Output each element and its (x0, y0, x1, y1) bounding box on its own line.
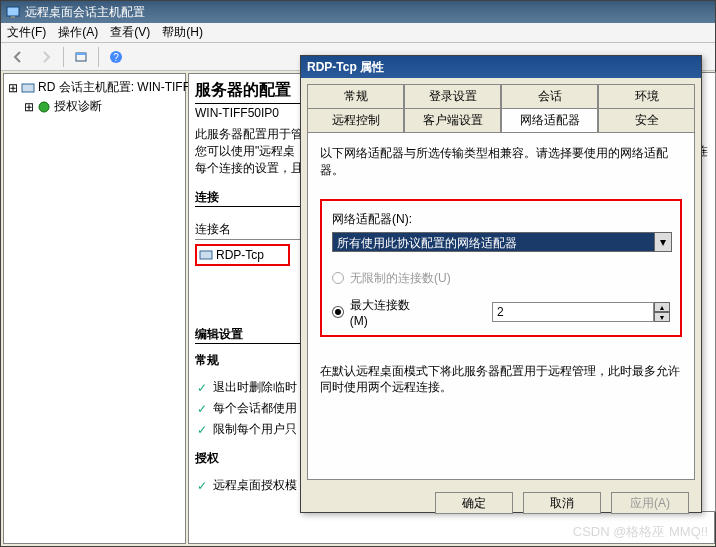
radio-unlimited-label: 无限制的连接数(U) (350, 270, 451, 287)
max-connections-input[interactable] (492, 302, 654, 322)
tree-root-label: RD 会话主机配置: WIN-TIFF5 (38, 79, 197, 96)
spinner[interactable]: ▲ ▼ (654, 302, 670, 322)
toolbar-separator (63, 47, 64, 67)
help-button[interactable]: ? (105, 46, 127, 68)
apply-button[interactable]: 应用(A) (611, 492, 689, 514)
toolbar-separator (98, 47, 99, 67)
tab-network-adapter[interactable]: 网络适配器 (501, 108, 598, 132)
edit-item-label: 退出时删除临时 (213, 379, 297, 396)
svg-rect-6 (22, 84, 34, 92)
window-title: 远程桌面会话主机配置 (25, 4, 145, 21)
svg-rect-0 (7, 7, 19, 16)
svg-rect-1 (11, 16, 15, 18)
spinner-up-icon[interactable]: ▲ (654, 302, 670, 312)
dropdown-arrow-icon[interactable]: ▾ (654, 232, 672, 252)
adapter-label: 网络适配器(N): (332, 211, 670, 228)
tab-logon[interactable]: 登录设置 (404, 84, 501, 108)
adapter-dropdown[interactable]: 所有使用此协议配置的网络适配器 ▾ (332, 232, 672, 252)
menu-file[interactable]: 文件(F) (7, 24, 46, 41)
expand-icon[interactable]: ⊞ (8, 81, 18, 95)
dialog-titlebar: RDP-Tcp 属性 (301, 56, 701, 78)
radio-max[interactable]: 最大连接数(M) ▲ ▼ (332, 297, 670, 328)
note-text: 在默认远程桌面模式下将此服务器配置用于远程管理，此时最多允许同时使用两个远程连接… (320, 363, 682, 397)
tab-remote-control[interactable]: 远程控制 (307, 108, 404, 132)
adapter-value: 所有使用此协议配置的网络适配器 (332, 232, 654, 252)
radio-unlimited: 无限制的连接数(U) (332, 270, 670, 287)
properties-dialog: RDP-Tcp 属性 常规 登录设置 会话 环境 远程控制 客户端设置 网络适配… (300, 55, 702, 513)
tree-pane: ⊞ RD 会话主机配置: WIN-TIFF5 ⊞ 授权诊断 (3, 73, 186, 544)
server-icon (21, 81, 35, 95)
check-icon: ✓ (195, 479, 209, 493)
edit-item-label: 每个会话都使用 (213, 400, 297, 417)
svg-text:?: ? (113, 52, 119, 63)
tab-content: 以下网络适配器与所选传输类型相兼容。请选择要使用的网络适配器。 网络适配器(N)… (307, 132, 695, 480)
main-titlebar: 远程桌面会话主机配置 (1, 1, 715, 23)
tab-security[interactable]: 安全 (598, 108, 695, 132)
menu-help[interactable]: 帮助(H) (162, 24, 203, 41)
cancel-button[interactable]: 取消 (523, 492, 601, 514)
spinner-down-icon[interactable]: ▼ (654, 312, 670, 322)
menubar: 文件(F) 操作(A) 查看(V) 帮助(H) (1, 23, 715, 43)
instruction-text: 以下网络适配器与所选传输类型相兼容。请选择要使用的网络适配器。 (320, 145, 682, 179)
tab-client[interactable]: 客户端设置 (404, 108, 501, 132)
diag-icon (37, 100, 51, 114)
conn-item-label: RDP-Tcp (216, 248, 264, 262)
tree-child-label: 授权诊断 (54, 98, 102, 115)
conn-highlight: RDP-Tcp (195, 244, 290, 266)
edit-item-label: 远程桌面授权模 (213, 477, 297, 494)
refresh-button[interactable] (70, 46, 92, 68)
tab-environment[interactable]: 环境 (598, 84, 695, 108)
radio-icon (332, 272, 344, 284)
svg-rect-3 (76, 53, 86, 55)
svg-rect-8 (200, 251, 212, 259)
radio-max-label: 最大连接数(M) (350, 297, 426, 328)
connection-icon (199, 248, 213, 262)
forward-button[interactable] (35, 46, 57, 68)
tree-root[interactable]: ⊞ RD 会话主机配置: WIN-TIFF5 (8, 78, 181, 97)
menu-view[interactable]: 查看(V) (110, 24, 150, 41)
dialog-button-row: 确定 取消 应用(A) (301, 486, 701, 520)
svg-point-7 (39, 102, 49, 112)
app-icon (5, 4, 21, 20)
tab-session[interactable]: 会话 (501, 84, 598, 108)
check-icon: ✓ (195, 381, 209, 395)
conn-item-rdp[interactable]: RDP-Tcp (199, 248, 286, 262)
expand-icon[interactable]: ⊞ (24, 100, 34, 114)
tree-child[interactable]: ⊞ 授权诊断 (8, 97, 181, 116)
ok-button[interactable]: 确定 (435, 492, 513, 514)
check-icon: ✓ (195, 402, 209, 416)
edit-item-label: 限制每个用户只 (213, 421, 297, 438)
menu-action[interactable]: 操作(A) (58, 24, 98, 41)
dialog-title-text: RDP-Tcp 属性 (307, 59, 384, 76)
radio-icon[interactable] (332, 306, 344, 318)
check-icon: ✓ (195, 423, 209, 437)
highlight-box: 网络适配器(N): 所有使用此协议配置的网络适配器 ▾ 无限制的连接数(U) 最… (320, 199, 682, 337)
back-button[interactable] (7, 46, 29, 68)
tab-general[interactable]: 常规 (307, 84, 404, 108)
tab-strip: 常规 登录设置 会话 环境 远程控制 客户端设置 网络适配器 安全 (307, 84, 695, 132)
